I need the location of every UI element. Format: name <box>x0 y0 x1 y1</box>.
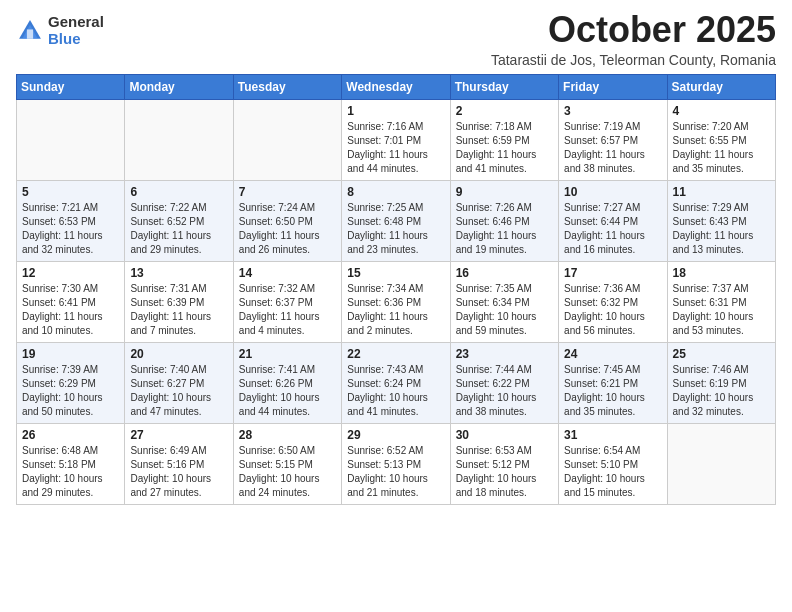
day-number: 24 <box>564 347 661 361</box>
table-row: 11Sunrise: 7:29 AMSunset: 6:43 PMDayligh… <box>667 180 775 261</box>
title-block: October 2025 Tatarastii de Jos, Teleorma… <box>491 10 776 68</box>
day-number: 3 <box>564 104 661 118</box>
table-row: 2Sunrise: 7:18 AMSunset: 6:59 PMDaylight… <box>450 99 558 180</box>
header-row: Sunday Monday Tuesday Wednesday Thursday… <box>17 74 776 99</box>
day-info: Sunrise: 7:32 AMSunset: 6:37 PMDaylight:… <box>239 282 336 338</box>
day-number: 15 <box>347 266 444 280</box>
table-row: 7Sunrise: 7:24 AMSunset: 6:50 PMDaylight… <box>233 180 341 261</box>
table-row: 17Sunrise: 7:36 AMSunset: 6:32 PMDayligh… <box>559 261 667 342</box>
col-friday: Friday <box>559 74 667 99</box>
table-row: 24Sunrise: 7:45 AMSunset: 6:21 PMDayligh… <box>559 342 667 423</box>
table-row: 12Sunrise: 7:30 AMSunset: 6:41 PMDayligh… <box>17 261 125 342</box>
day-info: Sunrise: 7:45 AMSunset: 6:21 PMDaylight:… <box>564 363 661 419</box>
day-number: 14 <box>239 266 336 280</box>
table-row <box>125 99 233 180</box>
day-number: 30 <box>456 428 553 442</box>
day-number: 31 <box>564 428 661 442</box>
location-subtitle: Tatarastii de Jos, Teleorman County, Rom… <box>491 52 776 68</box>
day-number: 28 <box>239 428 336 442</box>
day-number: 11 <box>673 185 770 199</box>
table-row: 13Sunrise: 7:31 AMSunset: 6:39 PMDayligh… <box>125 261 233 342</box>
header: General Blue October 2025 Tatarastii de … <box>16 10 776 68</box>
day-number: 25 <box>673 347 770 361</box>
day-number: 21 <box>239 347 336 361</box>
table-row: 16Sunrise: 7:35 AMSunset: 6:34 PMDayligh… <box>450 261 558 342</box>
logo-text: General Blue <box>48 14 104 47</box>
col-saturday: Saturday <box>667 74 775 99</box>
table-row: 25Sunrise: 7:46 AMSunset: 6:19 PMDayligh… <box>667 342 775 423</box>
day-info: Sunrise: 6:52 AMSunset: 5:13 PMDaylight:… <box>347 444 444 500</box>
day-info: Sunrise: 7:35 AMSunset: 6:34 PMDaylight:… <box>456 282 553 338</box>
table-row: 5Sunrise: 7:21 AMSunset: 6:53 PMDaylight… <box>17 180 125 261</box>
day-number: 19 <box>22 347 119 361</box>
day-info: Sunrise: 7:36 AMSunset: 6:32 PMDaylight:… <box>564 282 661 338</box>
svg-rect-2 <box>27 29 33 38</box>
table-row: 30Sunrise: 6:53 AMSunset: 5:12 PMDayligh… <box>450 423 558 504</box>
logo: General Blue <box>16 14 104 47</box>
calendar-week-row: 12Sunrise: 7:30 AMSunset: 6:41 PMDayligh… <box>17 261 776 342</box>
day-info: Sunrise: 7:44 AMSunset: 6:22 PMDaylight:… <box>456 363 553 419</box>
day-number: 5 <box>22 185 119 199</box>
day-info: Sunrise: 7:24 AMSunset: 6:50 PMDaylight:… <box>239 201 336 257</box>
table-row <box>17 99 125 180</box>
calendar-week-row: 19Sunrise: 7:39 AMSunset: 6:29 PMDayligh… <box>17 342 776 423</box>
day-info: Sunrise: 7:21 AMSunset: 6:53 PMDaylight:… <box>22 201 119 257</box>
table-row: 1Sunrise: 7:16 AMSunset: 7:01 PMDaylight… <box>342 99 450 180</box>
day-info: Sunrise: 6:50 AMSunset: 5:15 PMDaylight:… <box>239 444 336 500</box>
day-info: Sunrise: 7:39 AMSunset: 6:29 PMDaylight:… <box>22 363 119 419</box>
day-number: 9 <box>456 185 553 199</box>
day-number: 6 <box>130 185 227 199</box>
day-number: 13 <box>130 266 227 280</box>
day-number: 1 <box>347 104 444 118</box>
logo-general-text: General <box>48 14 104 31</box>
table-row: 29Sunrise: 6:52 AMSunset: 5:13 PMDayligh… <box>342 423 450 504</box>
table-row: 20Sunrise: 7:40 AMSunset: 6:27 PMDayligh… <box>125 342 233 423</box>
calendar-week-row: 26Sunrise: 6:48 AMSunset: 5:18 PMDayligh… <box>17 423 776 504</box>
col-wednesday: Wednesday <box>342 74 450 99</box>
day-info: Sunrise: 7:19 AMSunset: 6:57 PMDaylight:… <box>564 120 661 176</box>
table-row: 10Sunrise: 7:27 AMSunset: 6:44 PMDayligh… <box>559 180 667 261</box>
table-row: 23Sunrise: 7:44 AMSunset: 6:22 PMDayligh… <box>450 342 558 423</box>
day-number: 23 <box>456 347 553 361</box>
table-row: 28Sunrise: 6:50 AMSunset: 5:15 PMDayligh… <box>233 423 341 504</box>
day-info: Sunrise: 7:22 AMSunset: 6:52 PMDaylight:… <box>130 201 227 257</box>
day-number: 26 <box>22 428 119 442</box>
day-info: Sunrise: 7:41 AMSunset: 6:26 PMDaylight:… <box>239 363 336 419</box>
day-info: Sunrise: 6:48 AMSunset: 5:18 PMDaylight:… <box>22 444 119 500</box>
day-info: Sunrise: 7:43 AMSunset: 6:24 PMDaylight:… <box>347 363 444 419</box>
col-thursday: Thursday <box>450 74 558 99</box>
table-row: 18Sunrise: 7:37 AMSunset: 6:31 PMDayligh… <box>667 261 775 342</box>
col-monday: Monday <box>125 74 233 99</box>
day-number: 10 <box>564 185 661 199</box>
logo-blue-text: Blue <box>48 31 104 48</box>
day-info: Sunrise: 7:34 AMSunset: 6:36 PMDaylight:… <box>347 282 444 338</box>
day-number: 7 <box>239 185 336 199</box>
day-number: 27 <box>130 428 227 442</box>
table-row: 31Sunrise: 6:54 AMSunset: 5:10 PMDayligh… <box>559 423 667 504</box>
page: General Blue October 2025 Tatarastii de … <box>0 0 792 612</box>
table-row: 6Sunrise: 7:22 AMSunset: 6:52 PMDaylight… <box>125 180 233 261</box>
day-info: Sunrise: 7:46 AMSunset: 6:19 PMDaylight:… <box>673 363 770 419</box>
col-tuesday: Tuesday <box>233 74 341 99</box>
day-info: Sunrise: 6:54 AMSunset: 5:10 PMDaylight:… <box>564 444 661 500</box>
day-info: Sunrise: 7:30 AMSunset: 6:41 PMDaylight:… <box>22 282 119 338</box>
calendar-week-row: 1Sunrise: 7:16 AMSunset: 7:01 PMDaylight… <box>17 99 776 180</box>
day-number: 20 <box>130 347 227 361</box>
table-row: 19Sunrise: 7:39 AMSunset: 6:29 PMDayligh… <box>17 342 125 423</box>
day-info: Sunrise: 7:26 AMSunset: 6:46 PMDaylight:… <box>456 201 553 257</box>
table-row <box>233 99 341 180</box>
day-number: 22 <box>347 347 444 361</box>
day-info: Sunrise: 7:29 AMSunset: 6:43 PMDaylight:… <box>673 201 770 257</box>
table-row: 27Sunrise: 6:49 AMSunset: 5:16 PMDayligh… <box>125 423 233 504</box>
day-info: Sunrise: 7:27 AMSunset: 6:44 PMDaylight:… <box>564 201 661 257</box>
day-info: Sunrise: 7:40 AMSunset: 6:27 PMDaylight:… <box>130 363 227 419</box>
table-row: 14Sunrise: 7:32 AMSunset: 6:37 PMDayligh… <box>233 261 341 342</box>
day-number: 2 <box>456 104 553 118</box>
day-info: Sunrise: 7:20 AMSunset: 6:55 PMDaylight:… <box>673 120 770 176</box>
table-row: 15Sunrise: 7:34 AMSunset: 6:36 PMDayligh… <box>342 261 450 342</box>
day-number: 4 <box>673 104 770 118</box>
day-number: 18 <box>673 266 770 280</box>
day-info: Sunrise: 7:31 AMSunset: 6:39 PMDaylight:… <box>130 282 227 338</box>
table-row: 4Sunrise: 7:20 AMSunset: 6:55 PMDaylight… <box>667 99 775 180</box>
day-info: Sunrise: 7:16 AMSunset: 7:01 PMDaylight:… <box>347 120 444 176</box>
